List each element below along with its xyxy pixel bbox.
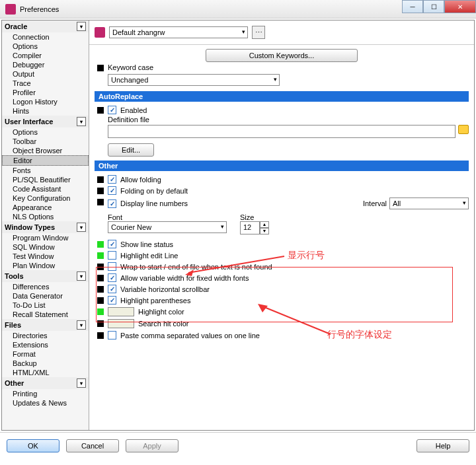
sidebar-item[interactable]: Test Window [2, 252, 89, 261]
sidebar-item[interactable]: Logon History [2, 97, 89, 106]
profile-more-button[interactable]: ⋯ [252, 26, 265, 39]
keyword-case-label: Keyword case [108, 63, 153, 71]
apply-button[interactable]: Apply [126, 439, 178, 452]
sidebar-item[interactable]: Compiler [2, 51, 89, 60]
wrap-checkbox[interactable] [108, 262, 116, 271]
sidebar-item[interactable]: Options [2, 42, 89, 51]
help-button[interactable]: Help [416, 439, 469, 452]
sidebar-item[interactable]: Data Generator [2, 291, 89, 301]
sidebar-item[interactable]: To-Do List [2, 301, 89, 310]
paste-comma-checkbox[interactable] [108, 331, 116, 340]
sidebar-item[interactable]: Fonts [2, 166, 89, 175]
sidebar-item[interactable]: Directories [2, 331, 89, 340]
window-title: Preferences [20, 5, 59, 13]
definition-file-label: Definition file [108, 116, 149, 124]
highlight-paren-checkbox[interactable]: ✓ [108, 296, 116, 304]
editor-panel: Custom Keywords... Keyword case Unchange… [89, 45, 474, 430]
var-scroll-checkbox[interactable]: ✓ [108, 285, 116, 293]
chevron-down-icon[interactable]: ▾ [77, 223, 86, 232]
cat-oracle[interactable]: Oracle▾ [2, 20, 89, 32]
search-hit-swatch[interactable] [108, 319, 134, 328]
sidebar-item[interactable]: Format [2, 349, 89, 359]
custom-keywords-button[interactable]: Custom Keywords... [206, 49, 358, 62]
sidebar-item[interactable]: Plan Window [2, 261, 89, 270]
keyword-case-dropdown[interactable]: Unchanged [108, 74, 280, 86]
sidebar-item[interactable]: Program Window [2, 233, 89, 242]
sidebar-item[interactable]: Updates & News [2, 398, 89, 408]
sidebar-item[interactable]: NLS Options [2, 212, 89, 221]
cancel-button[interactable]: Cancel [66, 439, 119, 452]
size-input[interactable]: 12 [240, 221, 260, 234]
close-button[interactable]: ✕ [444, 0, 476, 13]
sidebar-item[interactable]: PL/SQL Beautifier [2, 175, 89, 184]
cat-wt[interactable]: Window Types▾ [2, 221, 89, 233]
show-line-status-checkbox[interactable]: ✓ [108, 240, 116, 248]
profile-row: Default zhangrw ⋯ [89, 20, 474, 45]
sidebar-item[interactable]: Appearance [2, 203, 89, 212]
sidebar-item[interactable]: Printing [2, 389, 89, 398]
sidebar-item[interactable]: Code Assistant [2, 184, 89, 194]
app-icon [5, 4, 16, 15]
sidebar-item[interactable]: HTML/XML [2, 368, 89, 377]
sidebar-item[interactable]: SQL Window [2, 242, 89, 252]
folder-icon[interactable] [458, 125, 469, 134]
profile-icon [95, 27, 105, 38]
cat-ui[interactable]: User Interface▾ [2, 116, 89, 127]
minimize-button[interactable]: ─ [402, 0, 423, 13]
folding-default-checkbox[interactable]: ✓ [108, 186, 116, 195]
sidebar-item[interactable]: Profiler [2, 88, 89, 97]
ok-button[interactable]: OK [7, 439, 60, 452]
bottom-bar: OK Cancel Apply Help [0, 432, 476, 459]
sidebar-item-editor[interactable]: Editor [2, 155, 89, 166]
chevron-down-icon[interactable]: ▾ [77, 117, 86, 126]
section-other: Other [95, 161, 469, 171]
sidebar-item[interactable]: Connection [2, 32, 89, 42]
sidebar-item[interactable]: Debugger [2, 60, 89, 69]
chevron-down-icon[interactable]: ▾ [77, 378, 86, 388]
size-down[interactable]: ▼ [260, 228, 269, 234]
chevron-down-icon[interactable]: ▾ [77, 320, 86, 330]
sidebar-item[interactable]: Output [2, 69, 89, 79]
sidebar-item[interactable]: Recall Statement [2, 310, 89, 319]
edit-button[interactable]: Edit... [108, 143, 154, 157]
var-width-checkbox[interactable]: ✓ [108, 273, 116, 282]
size-up[interactable]: ▲ [260, 221, 269, 228]
chevron-down-icon[interactable]: ▾ [77, 271, 86, 281]
chevron-down-icon[interactable]: ▾ [77, 22, 86, 31]
interval-dropdown[interactable]: All [389, 197, 469, 209]
sidebar-item[interactable]: Options [2, 127, 89, 137]
cat-tools[interactable]: Tools▾ [2, 270, 89, 282]
cat-files[interactable]: Files▾ [2, 319, 89, 331]
sidebar-item[interactable]: Differences [2, 282, 89, 291]
font-dropdown[interactable]: Courier New [108, 221, 227, 233]
sidebar-item[interactable]: Extensions [2, 340, 89, 349]
sidebar-item[interactable]: Hints [2, 106, 89, 116]
titlebar: Preferences ─ ☐ ✕ [0, 0, 476, 18]
sidebar-item[interactable]: Trace [2, 79, 89, 88]
sidebar-item[interactable]: Key Configuration [2, 194, 89, 203]
sidebar-item[interactable]: Backup [2, 359, 89, 368]
sidebar-item[interactable]: Object Browser [2, 146, 89, 155]
cat-other[interactable]: Other▾ [2, 377, 89, 389]
highlight-color-swatch[interactable] [108, 307, 134, 316]
definition-file-input[interactable] [108, 125, 456, 138]
sidebar: Oracle▾ Connection Options Compiler Debu… [2, 20, 89, 430]
display-line-numbers-checkbox[interactable]: ✓ [108, 199, 116, 208]
highlight-edit-checkbox[interactable] [108, 251, 116, 260]
profile-dropdown[interactable]: Default zhangrw [109, 26, 248, 38]
section-autoreplace: AutoReplace [95, 91, 469, 102]
maximize-button[interactable]: ☐ [423, 0, 444, 13]
sidebar-item[interactable]: Toolbar [2, 137, 89, 146]
allow-folding-checkbox[interactable]: ✓ [108, 175, 116, 184]
enabled-checkbox[interactable]: ✓ [108, 106, 116, 114]
